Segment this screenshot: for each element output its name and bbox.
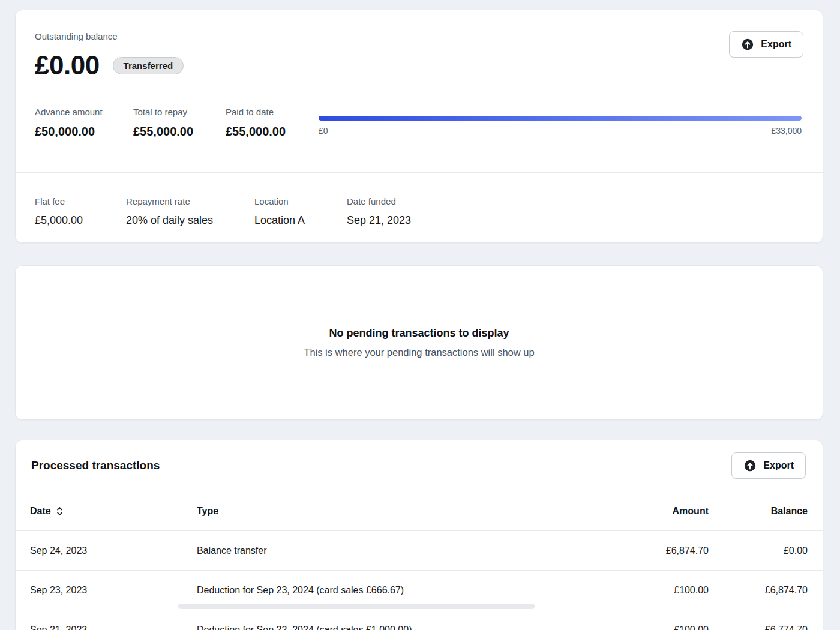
- pending-transactions-card: No pending transactions to display This …: [15, 265, 823, 420]
- progress-track: [319, 116, 802, 121]
- stat-value: £55,000.00: [133, 125, 226, 139]
- summary-export-button[interactable]: Export: [729, 31, 803, 58]
- column-header-type: Type: [197, 506, 595, 517]
- cell-date: Sep 23, 2023: [30, 585, 197, 596]
- detail-value: 20% of daily sales: [126, 214, 254, 227]
- repayment-progress: £0 £33,000: [319, 107, 802, 139]
- cell-amount: £100.00: [595, 625, 709, 630]
- export-button-label: Export: [763, 460, 794, 471]
- processed-transactions-title: Processed transactions: [31, 459, 160, 472]
- export-icon: [743, 459, 757, 472]
- detail-value: £5,000.00: [35, 214, 126, 227]
- table-header-row: Date Type Amount Balance: [16, 491, 823, 530]
- progress-fill: [319, 116, 802, 121]
- pending-empty-subtitle: This is where your pending transactions …: [304, 347, 534, 358]
- processed-transactions-card: Processed transactions Export Date Type …: [15, 440, 823, 630]
- processed-export-button[interactable]: Export: [731, 452, 806, 479]
- progress-max-label: £33,000: [771, 126, 802, 136]
- detail-repayment-rate: Repayment rate 20% of daily sales: [126, 196, 254, 227]
- status-badge: Transferred: [113, 57, 184, 74]
- table-horizontal-scrollbar[interactable]: [178, 604, 535, 609]
- cell-balance: £6,874.70: [709, 585, 808, 596]
- column-header-balance: Balance: [709, 506, 808, 517]
- stat-label: Advance amount: [35, 107, 133, 117]
- sort-icon[interactable]: [56, 506, 63, 517]
- detail-value: Sep 21, 2023: [347, 214, 803, 227]
- pending-empty-title: No pending transactions to display: [329, 327, 509, 340]
- table-row[interactable]: Sep 21, 2023 Deduction for Sep 22, 2024 …: [16, 610, 823, 630]
- cell-date: Sep 24, 2023: [30, 545, 197, 556]
- detail-label: Location: [254, 196, 289, 206]
- export-icon: [741, 38, 754, 51]
- export-button-label: Export: [761, 39, 791, 50]
- cell-type: Deduction for Sep 22, 2024 (card sales £…: [197, 625, 595, 630]
- table-row[interactable]: Sep 24, 2023 Balance transfer £6,874.70 …: [16, 530, 823, 570]
- progress-min-label: £0: [319, 126, 328, 136]
- cell-date: Sep 21, 2023: [30, 625, 197, 630]
- detail-value: Location A: [254, 214, 347, 227]
- stat-value: £50,000.00: [35, 125, 133, 139]
- detail-label: Flat fee: [35, 196, 65, 206]
- detail-label: Date funded: [347, 196, 396, 206]
- cell-type: Deduction for Sep 23, 2024 (card sales £…: [197, 585, 595, 596]
- stat-label: Total to repay: [133, 107, 226, 117]
- outstanding-balance-label: Outstanding balance: [35, 31, 118, 41]
- column-header-amount: Amount: [595, 506, 709, 517]
- stat-advance-amount: Advance amount £50,000.00: [35, 107, 133, 139]
- stat-label: Paid to date: [226, 107, 319, 117]
- stat-total-to-repay: Total to repay £55,000.00: [133, 107, 226, 139]
- cell-balance: £0.00: [709, 545, 808, 556]
- cell-amount: £100.00: [595, 585, 709, 596]
- detail-date-funded: Date funded Sep 21, 2023: [347, 196, 803, 227]
- column-header-date: Date: [30, 506, 51, 517]
- advance-summary-card: Outstanding balance £0.00 Transferred Ex…: [15, 10, 823, 243]
- cell-balance: £6,774.70: [709, 625, 808, 630]
- cell-type: Balance transfer: [197, 545, 595, 556]
- stat-value: £55,000.00: [226, 125, 319, 139]
- detail-label: Repayment rate: [126, 196, 190, 206]
- detail-flat-fee: Flat fee £5,000.00: [35, 196, 126, 227]
- outstanding-balance-value: £0.00: [35, 50, 100, 80]
- detail-location: Location Location A: [254, 196, 347, 227]
- stat-paid-to-date: Paid to date £55,000.00: [226, 107, 319, 139]
- cell-amount: £6,874.70: [595, 545, 709, 556]
- outstanding-balance-block: Outstanding balance £0.00 Transferred: [35, 31, 184, 80]
